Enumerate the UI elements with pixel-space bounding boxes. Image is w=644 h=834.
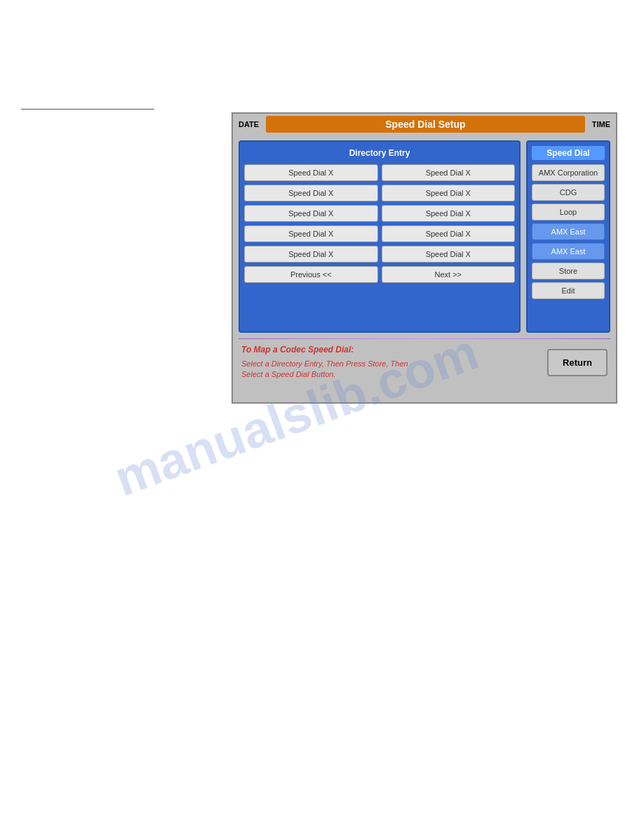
previous-button[interactable]: Previous <<: [244, 266, 378, 283]
sd-btn-3[interactable]: Loop: [532, 204, 605, 220]
header-bar: DATE Speed Dial Setup TIME: [233, 114, 616, 135]
dir-btn-5[interactable]: Speed Dial X: [244, 205, 378, 222]
dir-btn-3[interactable]: Speed Dial X: [244, 185, 378, 201]
date-label: DATE: [239, 120, 259, 128]
dir-btn-8[interactable]: Speed Dial X: [382, 225, 516, 242]
instructions-area: To Map a Codec Speed Dial: Select a Dire…: [233, 339, 616, 386]
directory-title: Directory Entry: [244, 146, 515, 160]
time-label: TIME: [592, 120, 610, 128]
top-divider-line: [21, 109, 154, 110]
speeddial-title: Speed Dial: [532, 146, 605, 160]
title-box: Speed Dial Setup: [266, 116, 585, 133]
sd-btn-edit[interactable]: Edit: [532, 282, 605, 299]
directory-grid: Speed Dial X Speed Dial X Speed Dial X S…: [244, 164, 515, 263]
sd-btn-4[interactable]: AMX East: [532, 223, 605, 240]
dir-btn-2[interactable]: Speed Dial X: [382, 164, 516, 181]
dir-btn-1[interactable]: Speed Dial X: [244, 164, 378, 181]
next-button[interactable]: Next >>: [382, 266, 516, 283]
nav-row: Previous << Next >>: [244, 266, 515, 283]
return-button[interactable]: Return: [547, 349, 608, 376]
directory-panel: Directory Entry Speed Dial X Speed Dial …: [239, 140, 521, 333]
content-area: Directory Entry Speed Dial X Speed Dial …: [233, 135, 616, 338]
sd-btn-5[interactable]: AMX East: [532, 243, 605, 260]
sd-btn-store[interactable]: Store: [532, 263, 605, 279]
instruction-line2: Select a Directory Entry, Then Press Sto…: [241, 359, 540, 380]
dir-btn-6[interactable]: Speed Dial X: [382, 205, 516, 222]
instructions-text: To Map a Codec Speed Dial: Select a Dire…: [241, 345, 540, 380]
sd-btn-1[interactable]: AMX Corporation: [532, 164, 605, 181]
dir-btn-7[interactable]: Speed Dial X: [244, 225, 378, 242]
dir-btn-4[interactable]: Speed Dial X: [382, 185, 516, 201]
dir-btn-10[interactable]: Speed Dial X: [382, 246, 516, 263]
sd-btn-2[interactable]: CDG: [532, 184, 605, 201]
main-ui-panel: DATE Speed Dial Setup TIME Directory Ent…: [232, 112, 617, 404]
speeddial-panel: Speed Dial AMX Corporation CDG Loop AMX …: [526, 140, 610, 333]
dir-btn-9[interactable]: Speed Dial X: [244, 246, 378, 263]
instruction-line1: To Map a Codec Speed Dial:: [241, 345, 540, 355]
page-container: DATE Speed Dial Setup TIME Directory Ent…: [0, 0, 644, 834]
